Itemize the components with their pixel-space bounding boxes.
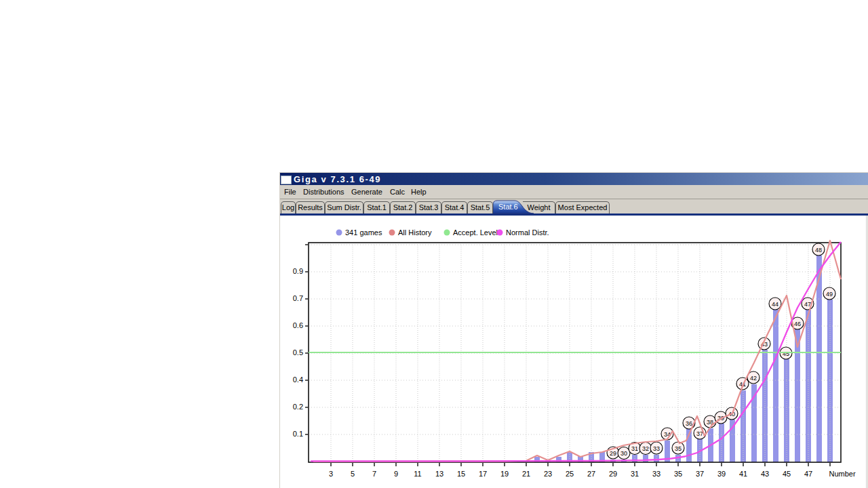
svg-text:43: 43 [761, 470, 769, 478]
svg-text:7: 7 [372, 470, 376, 478]
svg-text:45: 45 [783, 350, 789, 357]
svg-text:31: 31 [631, 470, 639, 478]
svg-text:42: 42 [750, 375, 757, 382]
svg-text:30: 30 [620, 450, 627, 457]
svg-text:Stat.6: Stat.6 [498, 203, 518, 211]
svg-text:47: 47 [804, 470, 812, 478]
svg-text:Accept. Level: Accept. Level [453, 228, 498, 237]
svg-text:13: 13 [435, 470, 443, 478]
svg-text:46: 46 [794, 321, 801, 327]
svg-text:0.5: 0.5 [293, 348, 303, 357]
svg-text:45: 45 [783, 470, 791, 478]
svg-text:31: 31 [631, 445, 638, 452]
svg-text:0.7: 0.7 [293, 294, 303, 302]
svg-text:25: 25 [566, 470, 574, 478]
svg-text:35: 35 [675, 445, 682, 452]
svg-text:11: 11 [414, 470, 421, 478]
svg-text:21: 21 [522, 470, 530, 478]
svg-text:39: 39 [717, 470, 726, 478]
svg-text:0.6: 0.6 [293, 321, 303, 329]
svg-text:32: 32 [642, 445, 649, 452]
svg-text:41: 41 [739, 470, 747, 478]
svg-text:19: 19 [500, 470, 509, 478]
svg-text:49: 49 [826, 291, 833, 298]
svg-text:37: 37 [696, 470, 704, 478]
svg-text:Number: Number [829, 470, 855, 478]
svg-text:0.1: 0.1 [293, 430, 303, 438]
svg-text:9: 9 [394, 470, 398, 478]
svg-text:5: 5 [351, 470, 355, 478]
svg-text:29: 29 [610, 450, 616, 457]
svg-text:0.4: 0.4 [293, 375, 303, 384]
svg-text:3: 3 [329, 470, 333, 478]
svg-text:33: 33 [652, 470, 660, 478]
svg-text:0.9: 0.9 [293, 267, 303, 275]
svg-text:341 games: 341 games [345, 228, 382, 237]
svg-text:Normal Distr.: Normal Distr. [506, 228, 549, 237]
svg-text:33: 33 [653, 445, 660, 452]
svg-text:15: 15 [457, 470, 465, 478]
svg-text:36: 36 [686, 420, 692, 427]
svg-text:17: 17 [479, 470, 487, 478]
svg-text:27: 27 [587, 470, 595, 478]
svg-text:29: 29 [609, 470, 617, 478]
svg-text:23: 23 [544, 470, 552, 478]
svg-text:35: 35 [674, 470, 682, 478]
svg-text:0.2: 0.2 [293, 403, 303, 411]
svg-text:48: 48 [815, 247, 822, 253]
svg-text:44: 44 [772, 301, 778, 308]
svg-text:All History: All History [398, 228, 432, 237]
